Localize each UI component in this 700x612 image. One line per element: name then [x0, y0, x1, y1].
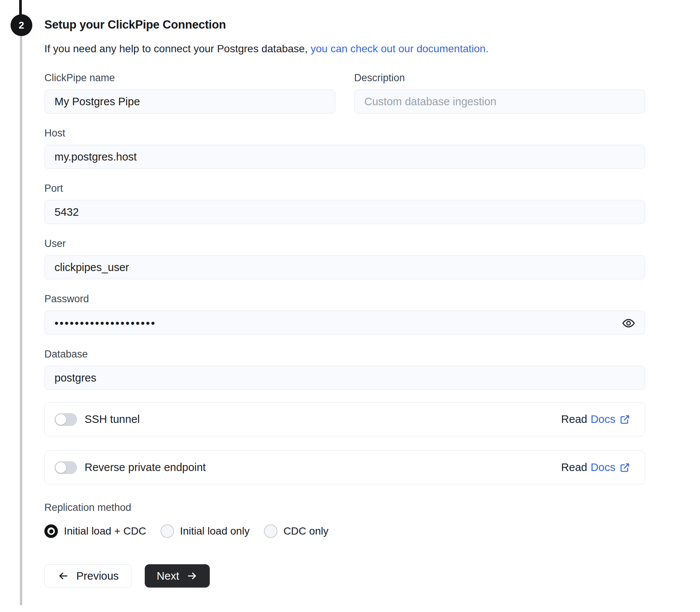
- user-input[interactable]: [44, 255, 645, 279]
- clickpipe-name-group: ClickPipe name: [44, 71, 335, 114]
- docs-link-text: Docs: [591, 413, 615, 426]
- host-input[interactable]: [44, 145, 645, 169]
- host-group: Host: [44, 127, 645, 169]
- password-group: Password: [44, 292, 645, 335]
- toggle-knob: [56, 414, 66, 425]
- page-title: Setup your ClickPipe Connection: [44, 17, 645, 32]
- eye-icon: [622, 317, 635, 330]
- radio-label: Initial load only: [180, 525, 250, 537]
- previous-button[interactable]: Previous: [44, 564, 132, 588]
- database-input[interactable]: [44, 366, 645, 390]
- read-text: Read: [561, 461, 587, 474]
- user-group: User: [44, 237, 645, 279]
- database-group: Database: [44, 348, 645, 390]
- clickpipe-name-label: ClickPipe name: [44, 71, 335, 84]
- host-label: Host: [44, 127, 645, 139]
- port-label: Port: [44, 182, 645, 195]
- next-button-label: Next: [157, 570, 179, 582]
- toggle-knob: [56, 462, 66, 473]
- ssh-read-docs: Read Docs: [561, 413, 630, 426]
- user-label: User: [44, 237, 645, 250]
- port-input[interactable]: [44, 200, 645, 224]
- step-number: 2: [19, 20, 24, 31]
- password-label: Password: [44, 292, 645, 305]
- toggle-password-visibility-button[interactable]: [620, 315, 637, 332]
- radio-button[interactable]: [44, 524, 58, 538]
- radio-button[interactable]: [264, 524, 277, 538]
- clickpipe-name-input[interactable]: [44, 89, 335, 114]
- radio-label: CDC only: [283, 525, 329, 537]
- previous-button-label: Previous: [76, 570, 119, 582]
- description-label: Description: [354, 71, 645, 84]
- reverse-private-endpoint-toggle[interactable]: [55, 461, 77, 474]
- radio-dot: [49, 529, 53, 533]
- ssh-docs-link[interactable]: Docs: [591, 413, 630, 426]
- description-input[interactable]: [354, 89, 645, 114]
- radio-option-initial-load-cdc[interactable]: Initial load + CDC: [44, 524, 146, 538]
- ssh-tunnel-label: SSH tunnel: [85, 413, 140, 426]
- external-link-icon: [619, 462, 630, 473]
- external-link-icon: [619, 414, 630, 425]
- description-group: Description: [354, 71, 645, 114]
- replication-method-options: Initial load + CDC Initial load only CDC…: [44, 524, 645, 538]
- radio-button[interactable]: [161, 524, 174, 538]
- help-text-static: If you need any help to connect your Pos…: [44, 43, 311, 55]
- radio-ring: [47, 527, 55, 535]
- ssh-tunnel-box: SSH tunnel Read Docs: [44, 402, 645, 436]
- password-input-wrap: [44, 311, 645, 335]
- rpe-docs-link[interactable]: Docs: [591, 461, 630, 474]
- form-actions: Previous Next: [44, 564, 645, 588]
- ssh-tunnel-toggle[interactable]: [55, 413, 77, 426]
- replication-method-label: Replication method: [44, 501, 645, 514]
- reverse-private-endpoint-label: Reverse private endpoint: [85, 461, 206, 474]
- name-description-row: ClickPipe name Description: [44, 71, 645, 114]
- setup-connection-section: Setup your ClickPipe Connection If you n…: [44, 0, 645, 588]
- port-group: Port: [44, 182, 645, 224]
- read-text: Read: [561, 413, 587, 426]
- rpe-read-docs: Read Docs: [561, 461, 630, 474]
- documentation-link[interactable]: you can check out our documentation.: [311, 43, 488, 55]
- radio-option-initial-load-only[interactable]: Initial load only: [161, 524, 250, 538]
- password-input[interactable]: [44, 311, 645, 335]
- database-label: Database: [44, 348, 645, 361]
- radio-option-cdc-only[interactable]: CDC only: [264, 524, 329, 538]
- step-connector-bottom: [20, 36, 22, 605]
- docs-link-text: Docs: [591, 461, 615, 474]
- next-button[interactable]: Next: [145, 564, 210, 588]
- radio-label: Initial load + CDC: [64, 525, 146, 537]
- arrow-right-icon: [186, 570, 198, 582]
- arrow-left-icon: [58, 570, 69, 582]
- reverse-private-endpoint-box: Reverse private endpoint Read Docs: [44, 450, 645, 485]
- step-indicator: 2: [11, 14, 32, 36]
- help-text: If you need any help to connect your Pos…: [44, 42, 645, 56]
